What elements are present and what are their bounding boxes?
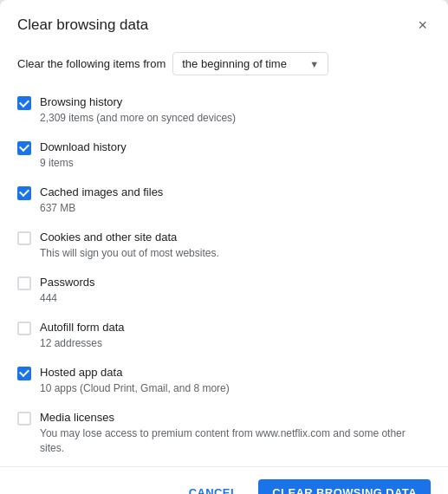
- item-name: Cookies and other site data: [40, 230, 431, 245]
- item-text-passwords: Passwords444: [40, 275, 431, 306]
- checkbox-indicator-download-history: [17, 141, 31, 155]
- checkbox-browsing-history[interactable]: [17, 96, 31, 110]
- time-range-dropdown[interactable]: the beginning of time ▼: [172, 52, 328, 75]
- list-item: Passwords444: [10, 268, 438, 313]
- checkbox-cached-images[interactable]: [17, 186, 31, 200]
- dialog-subheader: Clear the following items from the begin…: [0, 43, 448, 88]
- checkbox-autofill[interactable]: [17, 322, 31, 335]
- checkbox-download-history[interactable]: [17, 141, 31, 155]
- item-description: 10 apps (Cloud Print, Gmail, and 8 more): [40, 381, 431, 396]
- item-description: This will sign you out of most websites.: [40, 246, 431, 261]
- dialog-title: Clear browsing data: [17, 16, 148, 34]
- checkbox-indicator-cached-images: [17, 186, 31, 200]
- checkbox-passwords[interactable]: [17, 276, 31, 290]
- checkbox-indicator-autofill: [17, 322, 31, 335]
- dialog-footer: CANCEL CLEAR BROWSING DATA: [0, 466, 448, 494]
- item-description: 12 addresses: [40, 336, 431, 351]
- item-text-download-history: Download history9 items: [40, 140, 431, 171]
- checkbox-indicator-browsing-history: [17, 96, 31, 110]
- dialog-header: Clear browsing data ×: [0, 0, 448, 43]
- clear-browsing-data-button[interactable]: CLEAR BROWSING DATA: [258, 479, 431, 494]
- items-list: Browsing history2,309 items (and more on…: [0, 88, 448, 463]
- checkbox-indicator-media-licenses: [17, 412, 31, 426]
- list-item: Media licensesYou may lose access to pre…: [10, 403, 438, 463]
- list-item: Autofill form data12 addresses: [10, 313, 438, 358]
- item-name: Hosted app data: [40, 365, 431, 380]
- list-item: Cached images and files637 MB: [10, 178, 438, 223]
- list-item: Cookies and other site dataThis will sig…: [10, 223, 438, 268]
- checkbox-cookies[interactable]: [17, 231, 31, 245]
- checkbox-indicator-passwords: [17, 276, 31, 290]
- list-item: Download history9 items: [10, 133, 438, 178]
- item-text-media-licenses: Media licensesYou may lose access to pre…: [40, 410, 431, 456]
- item-text-hosted-app-data: Hosted app data10 apps (Cloud Print, Gma…: [40, 365, 431, 396]
- subheader-label: Clear the following items from: [17, 57, 166, 70]
- item-description: 444: [40, 291, 431, 306]
- list-item: Hosted app data10 apps (Cloud Print, Gma…: [10, 358, 438, 403]
- item-description: 637 MB: [40, 201, 431, 216]
- list-item: Browsing history2,309 items (and more on…: [10, 88, 438, 133]
- item-name: Autofill form data: [40, 320, 431, 335]
- checkbox-media-licenses[interactable]: [17, 412, 31, 426]
- item-name: Browsing history: [40, 94, 431, 110]
- chevron-down-icon: ▼: [309, 59, 319, 69]
- item-name: Download history: [40, 140, 431, 155]
- checkbox-hosted-app-data[interactable]: [17, 367, 31, 380]
- checkbox-indicator-cookies: [17, 231, 31, 245]
- item-name: Passwords: [40, 275, 431, 290]
- item-text-browsing-history: Browsing history2,309 items (and more on…: [40, 94, 431, 126]
- cancel-button[interactable]: CANCEL: [177, 479, 250, 494]
- close-button[interactable]: ×: [414, 16, 431, 35]
- checkbox-indicator-hosted-app-data: [17, 367, 31, 380]
- item-description: 9 items: [40, 156, 431, 171]
- item-text-cached-images: Cached images and files637 MB: [40, 185, 431, 216]
- item-name: Media licenses: [40, 410, 431, 426]
- item-name: Cached images and files: [40, 185, 431, 200]
- item-description: You may lose access to premium content f…: [40, 426, 431, 456]
- dropdown-value: the beginning of time: [182, 57, 304, 70]
- clear-browsing-data-dialog: Clear browsing data × Clear the followin…: [0, 0, 448, 494]
- item-text-cookies: Cookies and other site dataThis will sig…: [40, 230, 431, 261]
- item-description: 2,309 items (and more on synced devices): [40, 111, 431, 126]
- item-text-autofill: Autofill form data12 addresses: [40, 320, 431, 351]
